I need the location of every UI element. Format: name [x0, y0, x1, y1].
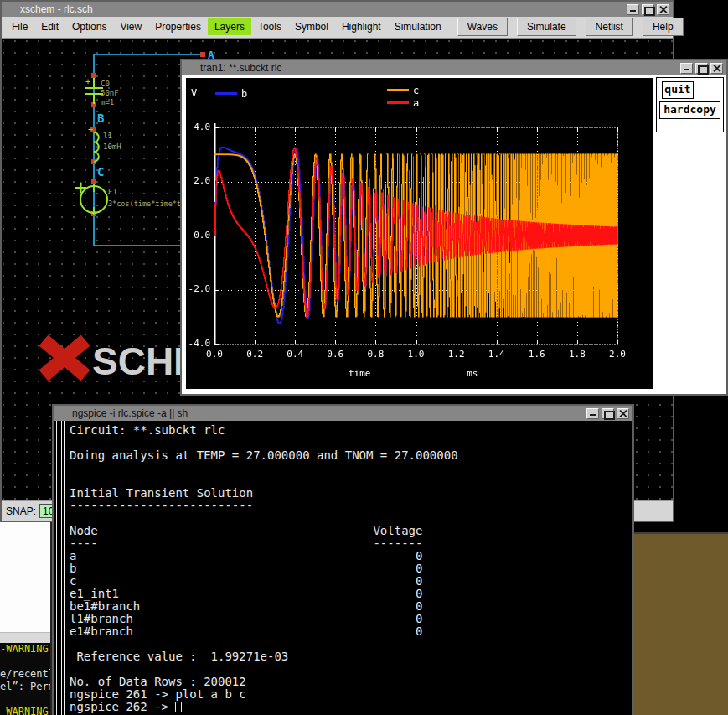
- terminal-prompt: ngspice 262 ->: [70, 700, 175, 713]
- plot-window-content: V b c a quit hardcopy: [182, 75, 726, 394]
- logo-x-icon: [44, 340, 85, 376]
- help-button[interactable]: Help: [643, 18, 684, 36]
- simulate-button[interactable]: Simulate: [517, 18, 576, 36]
- xschem-titlebar[interactable]: xschem - rlc.sch: [2, 2, 673, 17]
- plot-window: tran1: **.subckt rlc V b c a quit hardco…: [180, 59, 728, 396]
- plot-window-title: tran1: **.subckt rlc: [200, 62, 678, 74]
- desktop-brown-panel: [632, 532, 728, 715]
- terminal-prompt-line: ngspice 262 ->: [70, 701, 632, 713]
- legend-label-c: c: [413, 85, 419, 96]
- terminal-title: ngspice -i rlc.spice -a || sh: [72, 407, 584, 419]
- capacitor-plus: +: [85, 77, 90, 86]
- xschem-toolbar: WavesSimulateNetlistHelp: [448, 18, 684, 36]
- close-icon[interactable]: [617, 408, 629, 419]
- waveform-plot: [186, 78, 653, 389]
- source-ref: E1: [108, 188, 117, 196]
- menu-file[interactable]: File: [5, 18, 34, 35]
- inductor-symbol[interactable]: [94, 132, 99, 162]
- plot-side-panel: quit hardcopy: [656, 77, 724, 132]
- menu-properties[interactable]: Properties: [148, 18, 208, 35]
- menu-edit[interactable]: Edit: [34, 18, 65, 35]
- capacitor-extra: m=1: [101, 98, 114, 106]
- inductor-ref: l1: [103, 132, 112, 140]
- desktop: { "xschem": { "title": "xschem - rlc.sch…: [0, 0, 728, 715]
- close-icon[interactable]: [710, 63, 723, 74]
- quit-button[interactable]: quit: [662, 81, 694, 99]
- legend-label-a: a: [413, 98, 419, 108]
- minimize-icon[interactable]: [586, 408, 599, 419]
- warning-line: -WARNING: [0, 643, 50, 655]
- plot-panel: V b c a: [186, 78, 653, 389]
- y-axis-unit: V: [191, 88, 197, 98]
- menu-view[interactable]: View: [113, 18, 148, 35]
- snap-label: SNAP:: [6, 505, 36, 517]
- menu-highlight[interactable]: Highlight: [335, 18, 388, 35]
- waves-button[interactable]: Waves: [457, 18, 508, 36]
- hardcopy-button[interactable]: hardcopy: [659, 101, 720, 119]
- legend-label-b: b: [241, 89, 247, 99]
- net-label-c: C: [97, 165, 104, 179]
- minimize-icon[interactable]: [627, 4, 639, 15]
- xschem-window-title: xschem - rlc.sch: [20, 3, 624, 15]
- terminal-text-area: Circuit: **.subckt rlc Doing analysis at…: [65, 421, 632, 715]
- plot-window-titlebar[interactable]: tran1: **.subckt rlc: [182, 60, 726, 75]
- source-plus-icon: [75, 182, 86, 193]
- menu-tools[interactable]: Tools: [251, 18, 288, 35]
- legend-swatch-c: [387, 89, 409, 91]
- terminal-cursor: [175, 702, 182, 712]
- close-icon[interactable]: [657, 4, 669, 15]
- menu-symbol[interactable]: Symbol: [288, 18, 335, 35]
- capacitor-ref: C0: [101, 80, 110, 88]
- net-label-b: B: [97, 111, 104, 125]
- terminal-titlebar[interactable]: ngspice -i rlc.spice -a || sh: [54, 406, 632, 421]
- warning-line: el”: Perm: [0, 681, 50, 693]
- maximize-icon[interactable]: [602, 408, 614, 419]
- capacitor-value: 50nF: [101, 89, 119, 97]
- menu-simulation[interactable]: Simulation: [388, 18, 448, 35]
- maximize-icon[interactable]: [642, 4, 654, 15]
- warning-line: e/recently: [0, 668, 50, 681]
- terminal-scrollbar[interactable]: [54, 421, 65, 715]
- legend-swatch-b: [215, 92, 237, 95]
- menu-layers[interactable]: Layers: [208, 18, 251, 35]
- background-warning-terminal: -WARNING e/recentlyel”: Perm -WARNING: [0, 643, 52, 715]
- minimize-icon[interactable]: [680, 63, 693, 74]
- maximize-icon[interactable]: [695, 63, 708, 74]
- terminal-body[interactable]: Circuit: **.subckt rlc Doing analysis at…: [54, 421, 632, 715]
- xschem-menubar: FileEditOptionsViewPropertiesLayersTools…: [2, 17, 673, 39]
- background-white-window-footer: [0, 632, 50, 643]
- warning-line: [0, 693, 50, 706]
- terminal-output: Circuit: **.subckt rlc Doing analysis at…: [70, 424, 632, 701]
- background-white-window: [0, 521, 52, 643]
- menu-options[interactable]: Options: [65, 18, 113, 35]
- ngspice-terminal-window: ngspice -i rlc.spice -a || sh Circuit: *…: [52, 404, 634, 715]
- inductor-plus: +: [88, 125, 93, 134]
- netlist-button[interactable]: Netlist: [586, 18, 633, 36]
- legend-swatch-a: [387, 101, 409, 104]
- warning-line: -WARNING: [0, 706, 50, 715]
- inductor-value: 10mH: [103, 142, 121, 151]
- warning-line: [0, 655, 50, 668]
